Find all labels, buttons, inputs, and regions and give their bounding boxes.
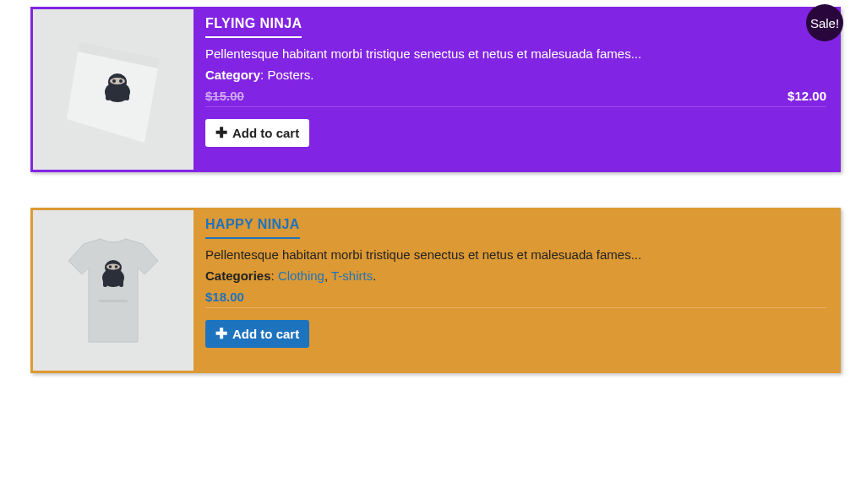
svg-rect-8 [106,92,111,100]
current-price: $12.00 [787,89,826,103]
svg-rect-17 [119,279,123,287]
add-to-cart-label: Add to cart [232,126,299,140]
product-card: Sale! FLYING NINJA Pellentesque habitant… [30,7,841,172]
svg-rect-18 [99,300,128,302]
product-title[interactable]: HAPPY NINJA [205,217,300,239]
plus-icon: ✚ [215,327,227,341]
product-categories: Category: Posters. [205,68,826,82]
svg-point-5 [110,78,125,84]
current-price: $18.00 [205,290,244,304]
product-details: HAPPY NINJA Pellentesque habitant morbi … [193,210,838,371]
category-link[interactable]: T-shirts [331,268,373,283]
category-label: Category [205,68,260,82]
sale-badge: Sale! [806,4,843,41]
poster-icon [33,9,193,170]
price-row: $15.00 $12.00 [205,89,826,107]
product-details: FLYING NINJA Pellentesque habitant morbi… [193,9,838,170]
add-to-cart-button[interactable]: ✚ Add to cart [205,119,309,147]
category-value: Posters [267,68,310,82]
plus-icon: ✚ [215,126,227,140]
svg-point-7 [119,79,123,83]
svg-rect-16 [103,279,107,287]
svg-point-6 [112,79,116,83]
category-link[interactable]: Clothing [278,268,324,283]
product-thumbnail[interactable] [33,210,193,371]
product-card: HAPPY NINJA Pellentesque habitant morbi … [30,208,841,373]
price-row: $18.00 [205,290,826,308]
old-price: $15.00 [205,89,244,103]
svg-point-14 [109,265,112,268]
product-thumbnail[interactable] [33,9,193,170]
product-description: Pellentesque habitant morbi tristique se… [205,247,826,262]
category-colon: : [271,268,278,283]
add-to-cart-button[interactable]: ✚ Add to cart [205,320,309,348]
tshirt-icon [33,210,193,371]
product-description: Pellentesque habitant morbi tristique se… [205,46,826,61]
product-title[interactable]: FLYING NINJA [205,16,302,38]
category-label: Categories [205,268,271,283]
svg-rect-9 [124,92,129,100]
svg-point-13 [106,264,120,270]
add-to-cart-label: Add to cart [232,327,299,341]
svg-point-15 [115,265,118,268]
product-categories: Categories: Clothing, T-shirts. [205,268,826,283]
